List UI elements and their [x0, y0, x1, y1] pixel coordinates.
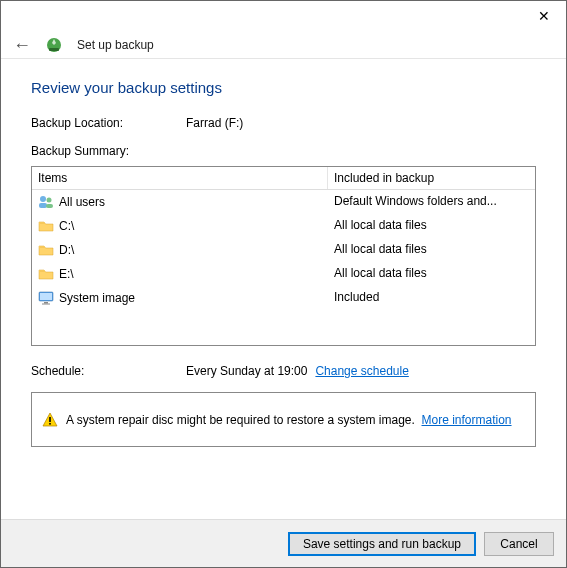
monitor-icon	[38, 290, 54, 306]
footer: Save settings and run backup Cancel	[1, 519, 566, 567]
nav-bar: ← Set up backup	[1, 31, 566, 59]
folder-icon	[38, 218, 54, 234]
svg-rect-9	[42, 304, 50, 305]
svg-rect-8	[44, 302, 48, 304]
svg-point-2	[40, 196, 46, 202]
more-information-link[interactable]: More information	[422, 413, 512, 427]
change-schedule-link[interactable]: Change schedule	[315, 364, 408, 378]
users-icon	[38, 194, 54, 210]
cancel-button[interactable]: Cancel	[484, 532, 554, 556]
item-label: C:\	[59, 219, 74, 233]
folder-icon	[38, 242, 54, 258]
table-row[interactable]: E:\All local data files	[32, 262, 535, 286]
table-header: Items Included in backup	[32, 167, 535, 190]
svg-rect-11	[49, 423, 51, 425]
svg-rect-4	[39, 203, 47, 208]
titlebar: ✕	[1, 1, 566, 31]
included-label: All local data files	[328, 214, 535, 238]
backup-summary-label: Backup Summary:	[31, 144, 536, 158]
save-run-button[interactable]: Save settings and run backup	[288, 532, 476, 556]
table-row[interactable]: C:\All local data files	[32, 214, 535, 238]
included-label: Default Windows folders and...	[328, 190, 535, 214]
content-area: Review your backup settings Backup Locat…	[1, 59, 566, 519]
svg-point-3	[47, 198, 52, 203]
included-label: Included	[328, 286, 535, 310]
svg-rect-5	[46, 204, 53, 208]
included-label: All local data files	[328, 262, 535, 286]
included-label: All local data files	[328, 238, 535, 262]
close-icon[interactable]: ✕	[534, 6, 554, 26]
summary-table: Items Included in backup All usersDefaul…	[31, 166, 536, 346]
wizard-title: Set up backup	[77, 38, 154, 52]
schedule-label: Schedule:	[31, 364, 186, 378]
schedule-value: Every Sunday at 19:00	[186, 364, 307, 378]
backup-location-label: Backup Location:	[31, 116, 186, 130]
col-included[interactable]: Included in backup	[328, 167, 535, 189]
info-box: A system repair disc might be required t…	[31, 392, 536, 447]
wizard-icon	[45, 36, 63, 54]
folder-icon	[38, 266, 54, 282]
backup-location-value: Farrad (F:)	[186, 116, 536, 130]
page-heading: Review your backup settings	[31, 79, 536, 96]
svg-rect-7	[40, 293, 52, 300]
backup-location-row: Backup Location: Farrad (F:)	[31, 116, 536, 130]
table-row[interactable]: D:\All local data files	[32, 238, 535, 262]
col-items[interactable]: Items	[32, 167, 328, 189]
info-text: A system repair disc might be required t…	[66, 413, 512, 427]
schedule-row: Schedule: Every Sunday at 19:00 Change s…	[31, 364, 536, 378]
warning-icon	[42, 412, 58, 428]
svg-rect-1	[49, 48, 59, 51]
item-label: All users	[59, 195, 105, 209]
table-row[interactable]: System imageIncluded	[32, 286, 535, 310]
svg-rect-10	[49, 417, 51, 422]
item-label: D:\	[59, 243, 74, 257]
item-label: E:\	[59, 267, 74, 281]
back-arrow-icon[interactable]: ←	[13, 36, 31, 54]
item-label: System image	[59, 291, 135, 305]
table-row[interactable]: All usersDefault Windows folders and...	[32, 190, 535, 214]
